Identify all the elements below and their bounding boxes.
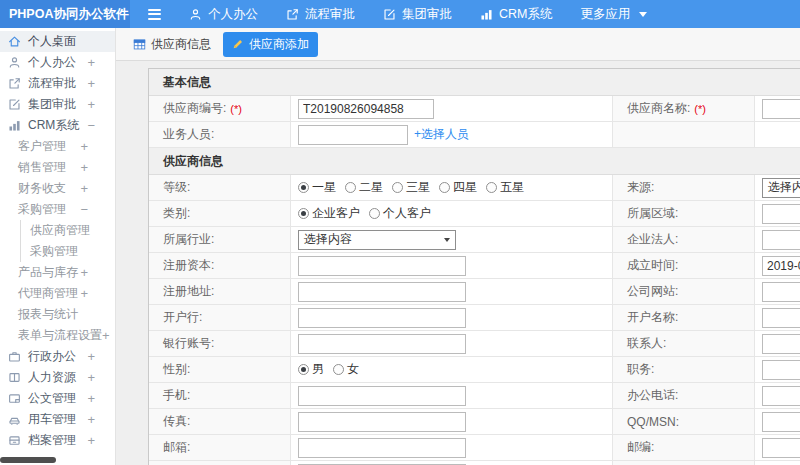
- sidebar-item-19[interactable]: 档案管理+: [0, 430, 115, 451]
- field-cell: [755, 96, 800, 121]
- radio-icon[interactable]: [298, 208, 309, 219]
- sidebar-item-14[interactable]: 表单与流程设置+: [0, 325, 115, 346]
- industry-select[interactable]: 选择内容: [298, 230, 456, 250]
- radio-label: 五星: [500, 179, 524, 196]
- nav-process-approval[interactable]: 流程审批: [286, 6, 355, 23]
- sidebar-item-5[interactable]: 客户管理+: [0, 136, 115, 157]
- fax-input[interactable]: [298, 412, 466, 432]
- tab-supplier-add[interactable]: 供应商添加: [223, 32, 318, 57]
- level-radio-option-1[interactable]: 二星: [345, 179, 383, 196]
- mobile-input[interactable]: [298, 386, 466, 406]
- radio-icon[interactable]: [392, 182, 403, 193]
- tab-bar: 供应商信息 供应商添加: [116, 28, 800, 61]
- account-name-input[interactable]: [762, 308, 800, 328]
- supplier-name-input[interactable]: [762, 99, 800, 119]
- expand-toggle-icon[interactable]: +: [87, 413, 95, 426]
- hr-icon: [8, 371, 21, 384]
- region-input[interactable]: [762, 204, 800, 224]
- expand-toggle-icon[interactable]: +: [102, 329, 110, 342]
- website-input[interactable]: [762, 282, 800, 302]
- sidebar-item-label: 采购管理: [18, 201, 66, 218]
- zip-code-input[interactable]: [762, 438, 800, 458]
- radio-icon[interactable]: [298, 182, 309, 193]
- level-radio-option-2[interactable]: 三星: [392, 179, 430, 196]
- tab-supplier-info[interactable]: 供应商信息: [133, 36, 211, 53]
- radio-icon[interactable]: [345, 182, 356, 193]
- sidebar-item-15[interactable]: 行政办公+: [0, 346, 115, 367]
- expand-toggle-icon[interactable]: +: [87, 434, 95, 447]
- sidebar-item-1[interactable]: 个人办公+: [0, 52, 115, 73]
- field-label: 类别:: [163, 205, 190, 222]
- expand-toggle-icon[interactable]: +: [80, 161, 88, 174]
- field-cell: [291, 383, 613, 408]
- expand-toggle-icon[interactable]: +: [87, 98, 95, 111]
- nav-crm-system[interactable]: CRM系统: [480, 6, 552, 23]
- sidebar-item-2[interactable]: 流程审批+: [0, 73, 115, 94]
- expand-toggle-icon[interactable]: −: [87, 119, 95, 132]
- sidebar-item-17[interactable]: 公文管理+: [0, 388, 115, 409]
- expand-toggle-icon[interactable]: +: [87, 56, 95, 69]
- sidebar-item-0[interactable]: 个人桌面: [0, 31, 115, 52]
- radio-icon[interactable]: [298, 364, 309, 375]
- gender-radio-option-0[interactable]: 男: [298, 361, 324, 378]
- expand-toggle-icon[interactable]: +: [87, 392, 95, 405]
- registered-address-input[interactable]: [298, 282, 466, 302]
- choose-person-link[interactable]: +选择人员: [414, 126, 469, 143]
- sidebar-item-8[interactable]: 采购管理−: [0, 199, 115, 220]
- supplier-code-input[interactable]: [298, 99, 434, 119]
- gender-radio-option-1[interactable]: 女: [333, 361, 359, 378]
- category-radio-option-0[interactable]: 企业客户: [298, 205, 360, 222]
- level-radio-option-4[interactable]: 五星: [486, 179, 524, 196]
- position-input[interactable]: [762, 360, 800, 380]
- radio-icon[interactable]: [439, 182, 450, 193]
- label-cell: 办公电话:: [613, 383, 755, 408]
- expand-toggle-icon[interactable]: +: [80, 266, 88, 279]
- field-cell: [755, 279, 800, 304]
- expand-toggle-icon[interactable]: +: [80, 182, 88, 195]
- level-radio-option-0[interactable]: 一星: [298, 179, 336, 196]
- sidebar-item-3[interactable]: 集团审批+: [0, 94, 115, 115]
- expand-toggle-icon[interactable]: +: [87, 371, 95, 384]
- label-cell: 职务:: [613, 357, 755, 382]
- hamburger-icon[interactable]: [144, 5, 165, 24]
- founded-date-input[interactable]: [762, 256, 800, 276]
- radio-icon[interactable]: [486, 182, 497, 193]
- expand-toggle-icon[interactable]: +: [87, 350, 95, 363]
- nav-group-approval[interactable]: 集团审批: [383, 6, 452, 23]
- source-select[interactable]: 选择内容: [762, 178, 800, 198]
- category-radio-option-1[interactable]: 个人客户: [369, 205, 431, 222]
- sidebar-item-18[interactable]: 用车管理+: [0, 409, 115, 430]
- office-phone-input[interactable]: [762, 386, 800, 406]
- sidebar-item-13[interactable]: 报表与统计: [0, 304, 115, 325]
- contact-person-input[interactable]: [762, 334, 800, 354]
- sidebar-item-16[interactable]: 人力资源+: [0, 367, 115, 388]
- sidebar-item-7[interactable]: 财务收支+: [0, 178, 115, 199]
- legal-person-input[interactable]: [762, 230, 800, 250]
- radio-label: 二星: [359, 179, 383, 196]
- sidebar-item-9[interactable]: 供应商管理: [20, 220, 115, 241]
- expand-toggle-icon[interactable]: +: [80, 140, 88, 153]
- qq-msn-input[interactable]: [762, 412, 800, 432]
- sidebar-item-6[interactable]: 销售管理+: [0, 157, 115, 178]
- field-cell: [291, 409, 613, 434]
- nav-personal-office[interactable]: 个人办公: [189, 6, 258, 23]
- expand-toggle-icon[interactable]: +: [87, 77, 95, 90]
- registered-capital-input[interactable]: [298, 256, 466, 276]
- nav-more-apps[interactable]: 更多应用: [580, 6, 647, 23]
- email-input[interactable]: [298, 438, 466, 458]
- horizontal-scrollbar-thumb[interactable]: [0, 457, 56, 463]
- sidebar-item-10[interactable]: 采购管理: [20, 241, 115, 262]
- level-radio-option-3[interactable]: 四星: [439, 179, 477, 196]
- radio-icon[interactable]: [333, 364, 344, 375]
- sidebar-item-12[interactable]: 代理商管理+: [0, 283, 115, 304]
- bank-input[interactable]: [298, 308, 466, 328]
- expand-toggle-icon[interactable]: +: [80, 287, 88, 300]
- radio-icon[interactable]: [369, 208, 380, 219]
- sidebar-item-4[interactable]: CRM系统−: [0, 115, 115, 136]
- sidebar-item-label: CRM系统: [28, 117, 79, 134]
- label-cell: 注册资本:: [149, 253, 291, 278]
- business-staff-input[interactable]: [298, 125, 408, 145]
- sidebar-item-11[interactable]: 产品与库存+: [0, 262, 115, 283]
- bank-account-input[interactable]: [298, 334, 466, 354]
- expand-toggle-icon[interactable]: −: [80, 203, 88, 216]
